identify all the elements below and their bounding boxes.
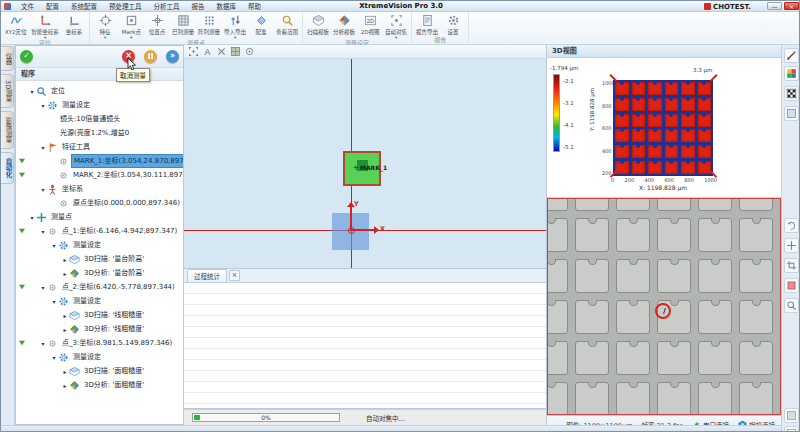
- undo-icon[interactable]: [784, 218, 799, 233]
- tree-row-2[interactable]: 镜头:10倍普通镜头: [16, 112, 183, 126]
- tree-expander-icon[interactable]: ▸: [61, 382, 69, 389]
- ribbon-item-settings[interactable]: 设置: [440, 13, 466, 36]
- tree-row-9[interactable]: ▾测量点: [16, 210, 183, 224]
- tree-row-13[interactable]: ▸3D分析: '量台阶高': [16, 266, 183, 280]
- zoom-select-icon[interactable]: [784, 298, 799, 313]
- ribbon-item-import-export[interactable]: 导入导出▾: [222, 13, 248, 39]
- label-a-icon[interactable]: A: [202, 46, 213, 57]
- ribbon-item-grid[interactable]: 已列测量: [170, 13, 196, 39]
- ribbon-item-analysis-template[interactable]: 分析模板: [331, 13, 357, 39]
- ribbon-item-mark[interactable]: Mark点▾: [118, 13, 144, 39]
- tree-row-18[interactable]: ▾点_3:坐标(8.981,5.149,897.346): [16, 336, 183, 350]
- tree-row-16[interactable]: ▸3D扫描: '线粗糙度': [16, 308, 183, 322]
- ribbon-item-smart-axis[interactable]: 智能坐标系▾: [29, 13, 61, 39]
- side-tab-3[interactable]: 自动化: [1, 152, 14, 184]
- close-button[interactable]: ×: [784, 2, 799, 10]
- tree-row-20[interactable]: ▸3D扫描: '面粗糙度': [16, 364, 183, 378]
- side-tab-2[interactable]: 影像测量: [1, 111, 14, 149]
- menu-item-2[interactable]: 系统配置: [65, 1, 103, 11]
- skip-button[interactable]: »: [166, 50, 179, 63]
- cell-notch: [711, 382, 720, 388]
- tree-row-12[interactable]: ▸3D扫描: '量台阶高': [16, 252, 183, 266]
- target-icon[interactable]: [244, 46, 255, 57]
- tree-expander-icon[interactable]: ▾: [39, 228, 47, 235]
- grid-fill-icon[interactable]: [230, 46, 241, 57]
- tree-row-19[interactable]: ▾测量设定: [16, 350, 183, 364]
- tab-process-stats[interactable]: 过程统计: [187, 269, 227, 282]
- tree-expander-icon[interactable]: ▾: [39, 102, 47, 109]
- blue-region-icon[interactable]: [784, 106, 799, 121]
- menu-item-1[interactable]: 配置: [40, 1, 65, 11]
- ribbon-item-feature[interactable]: 特征▾: [92, 13, 118, 39]
- menu-item-3[interactable]: 预处理工具: [103, 1, 148, 11]
- process-stats-table[interactable]: [184, 283, 546, 408]
- tree-expander-icon[interactable]: ▾: [50, 242, 58, 249]
- stage-canvas[interactable]: + MARK_1 X Y: [184, 59, 546, 269]
- tree-expander-icon[interactable]: ▾: [50, 298, 58, 305]
- ribbon-item-magnifier[interactable]: 查看范围: [274, 13, 300, 39]
- tree-row-14[interactable]: ▾点_2:坐标(6.420,-5.778,897.344): [16, 280, 183, 294]
- menu-item-4[interactable]: 分析工具: [148, 1, 186, 11]
- menu-item-7[interactable]: 帮助: [242, 1, 267, 11]
- tree-expander-icon[interactable]: ▾: [28, 214, 36, 221]
- tree-row-4[interactable]: ▾特征工具: [16, 140, 183, 154]
- tree-row-5[interactable]: MARK_1:坐标(3.054,24.870,897.332): [16, 154, 183, 168]
- tree-row-17[interactable]: ▸3D分析: '线粗糙度': [16, 322, 183, 336]
- tree-row-11[interactable]: ▾测量设定: [16, 238, 183, 252]
- menu-item-5[interactable]: 报告: [186, 1, 211, 11]
- tree-expander-icon[interactable]: ▾: [39, 340, 47, 347]
- side-tab-0[interactable]: 仪器: [1, 46, 14, 71]
- pause-button[interactable]: [144, 50, 157, 63]
- box-split-icon[interactable]: [784, 426, 799, 432]
- ribbon-item-axis[interactable]: 坐标系: [61, 13, 87, 39]
- menu-item-6[interactable]: 数据库: [211, 1, 243, 11]
- tree-expander-icon[interactable]: ▸: [61, 326, 69, 333]
- ribbon-item-scan-template[interactable]: 扫描模板: [305, 13, 331, 39]
- ribbon-item-position[interactable]: 位置点: [144, 13, 170, 39]
- color-map-icon[interactable]: [784, 66, 799, 81]
- ribbon-item-report[interactable]: 报告导出: [414, 13, 440, 36]
- tree-row-3[interactable]: 光源(亮度1.2%,增益0: [16, 126, 183, 140]
- tree-row-0[interactable]: ▾定位: [16, 84, 183, 98]
- fit-view-icon[interactable]: [188, 46, 199, 57]
- tree-expander-icon[interactable]: ▾: [39, 284, 47, 291]
- heightmap-plot[interactable]: [613, 80, 713, 176]
- view3d-panel[interactable]: -1.794 μm -2.1-3.1-4.1-5.1 Y: 1198.828 μ…: [547, 58, 781, 198]
- tree-row-10[interactable]: ▾点_1:坐标(-6.146,-4.942,897.347): [16, 224, 183, 238]
- close-icon[interactable]: [216, 46, 227, 57]
- mark1-region[interactable]: + MARK_1: [343, 151, 381, 186]
- tree-expander-icon[interactable]: ▸: [61, 368, 69, 375]
- tree-row-21[interactable]: ▸3D分析: '面粗糙度': [16, 378, 183, 392]
- crosshair-icon[interactable]: [784, 238, 799, 253]
- tree-row-1[interactable]: ▾测量设定: [16, 98, 183, 112]
- tree-expander-icon[interactable]: ▾: [50, 354, 58, 361]
- ribbon-item-array[interactable]: 阵列测量: [196, 13, 222, 39]
- run-button[interactable]: ✓: [20, 50, 33, 63]
- box-gray-icon[interactable]: [784, 408, 799, 423]
- ribbon-item-wave[interactable]: XY2定位: [3, 13, 29, 39]
- ribbon-item-align[interactable]: 配准: [248, 13, 274, 39]
- side-tab-1[interactable]: 3D测量: [1, 74, 14, 108]
- cancel-measure-button[interactable]: ×: [122, 50, 135, 63]
- tree-expander-icon[interactable]: ▾: [39, 186, 47, 193]
- menu-item-0[interactable]: 文件: [15, 1, 40, 11]
- tree-row-7[interactable]: ▾坐标系: [16, 182, 183, 196]
- heightmap-cell: [648, 161, 662, 174]
- red-marker-icon[interactable]: [784, 278, 799, 293]
- tree-expander-icon[interactable]: ▸: [61, 312, 69, 319]
- tree-expander-icon[interactable]: ▾: [39, 144, 47, 151]
- tree-row-6[interactable]: MARK_2:坐标(3.054,30.111,897.339): [16, 168, 183, 182]
- tree-expander-icon[interactable]: ▸: [61, 256, 69, 263]
- ribbon-item-autofocus[interactable]: 自动对焦▾: [383, 13, 409, 39]
- minimize-button[interactable]: —: [767, 2, 782, 10]
- tree-expander-icon[interactable]: ▸: [61, 270, 69, 277]
- pen-measure-icon[interactable]: [784, 48, 799, 63]
- ribbon-item-view-2d[interactable]: 2D2D视图: [357, 13, 383, 39]
- tree-row-8[interactable]: 原点坐标(0.000,0.000,897.346): [16, 196, 183, 210]
- tree-row-15[interactable]: ▾测量设定: [16, 294, 183, 308]
- tree-expander-icon[interactable]: ▾: [28, 88, 36, 95]
- camera-live-view[interactable]: [547, 198, 781, 415]
- close-panel-icon[interactable]: ×: [229, 270, 240, 281]
- pixel-matrix-icon[interactable]: [784, 86, 799, 101]
- crop-icon[interactable]: [784, 258, 799, 273]
